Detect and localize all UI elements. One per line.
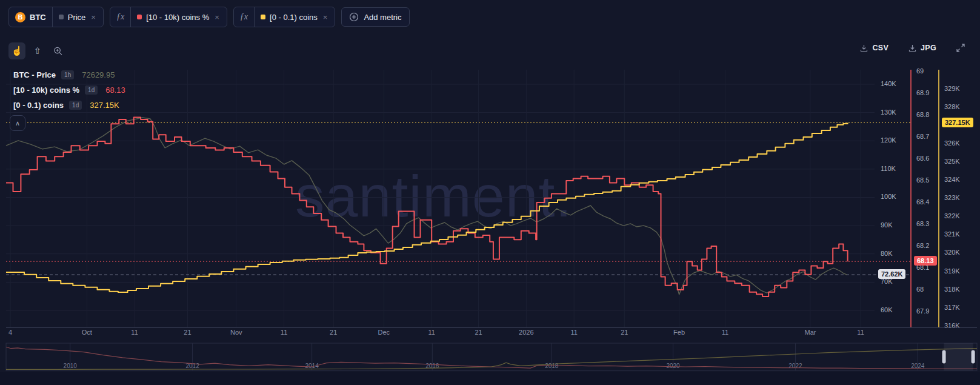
axis-label: 90K xyxy=(881,221,893,229)
axis-label: 110K xyxy=(881,165,896,172)
chart-legend: BTC - Price 1h 72629.95 [10 - 10k) coins… xyxy=(13,70,125,116)
series-pct xyxy=(6,118,848,296)
series-supply xyxy=(6,123,848,292)
axis-label: 60K xyxy=(881,306,893,313)
x-tick-label: 21 xyxy=(621,329,628,336)
x-tick-label: 11 xyxy=(722,329,728,336)
axis-label: 68.8 xyxy=(916,111,929,118)
chevron-up-icon: ∧ xyxy=(15,119,20,127)
navigator-year-label: 2014 xyxy=(305,363,319,369)
download-icon xyxy=(859,44,868,53)
x-tick-label: 21 xyxy=(184,329,191,336)
axis-label: 80K xyxy=(881,250,893,257)
axis-label: 68 xyxy=(916,286,924,293)
series-lines xyxy=(6,118,848,296)
navigator-handle-right[interactable] xyxy=(972,350,975,364)
legend-row-metric-1[interactable]: [10 - 10k) coins % 1d 68.13 xyxy=(13,85,125,95)
pointer-hand-tool-button[interactable]: ☝ xyxy=(8,42,25,59)
axis-label: 329K xyxy=(944,85,960,92)
axis-label: 317K xyxy=(944,304,960,311)
legend-metric-2-label: [0 - 0.1) coins xyxy=(13,101,64,110)
axis-label: 68.6 xyxy=(916,155,929,162)
x-tick-label: 11 xyxy=(131,329,138,336)
x-tick-label: 2026 xyxy=(519,329,533,336)
navigator-year-label: 2010 xyxy=(64,363,78,369)
x-tick-label: Mar xyxy=(804,329,816,336)
axis-label: 328K xyxy=(944,103,960,110)
axis-label: 320K xyxy=(944,249,960,256)
legend-metric-2-value: 327.15K xyxy=(90,101,119,110)
x-tick-label: 11 xyxy=(570,329,577,336)
axis-label: 325K xyxy=(944,158,960,165)
up-arrow-icon: ⇧ xyxy=(34,45,42,56)
fullscreen-button[interactable] xyxy=(952,42,969,53)
expand-icon xyxy=(956,43,965,53)
chart-tools: ☝ ⇧ xyxy=(8,42,67,59)
x-tick-label: Nov xyxy=(230,329,242,336)
axis-label: 321K xyxy=(944,230,960,238)
legend-row-price[interactable]: BTC - Price 1h 72629.95 xyxy=(13,70,125,79)
series-price xyxy=(6,118,847,295)
santiment-chart-app: B BTC Price × ƒx [10 - 10k) coins % × xyxy=(0,0,980,385)
interval-badge[interactable]: 1d xyxy=(85,85,98,95)
x-tick-label: 11 xyxy=(428,329,435,336)
download-jpg-button[interactable]: JPG xyxy=(904,43,940,53)
export-buttons: CSV JPG xyxy=(856,42,969,53)
navigator-series-1 xyxy=(6,349,977,370)
interval-badge[interactable]: 1d xyxy=(69,101,82,110)
csv-label: CSV xyxy=(872,44,888,52)
axis-label: 318K xyxy=(944,286,960,293)
x-tick-label: 21 xyxy=(475,329,482,336)
axis-label: 68.4 xyxy=(916,198,929,206)
x-tick-label: 21 xyxy=(330,329,337,336)
navigator-selection[interactable] xyxy=(944,343,973,370)
navigator-series-0 xyxy=(6,347,977,369)
pan-arrow-tool-button[interactable]: ⇧ xyxy=(29,42,46,59)
axis-label: 323K xyxy=(944,194,960,201)
navigator-handle-left[interactable] xyxy=(942,350,946,364)
axis-label: 69 xyxy=(916,67,924,75)
axis-label: 68.9 xyxy=(916,89,929,96)
navigator-year-label: 2020 xyxy=(666,363,680,369)
axis-label: 322K xyxy=(944,212,960,219)
x-tick-label: 11 xyxy=(857,329,864,336)
timeline-navigator[interactable]: 20102012201420162018202020222024 xyxy=(6,343,977,370)
axis-label: 68.5 xyxy=(916,176,929,184)
hand-cursor-icon: ☝ xyxy=(12,45,23,56)
y-axes: 140K130K120K110K100K90K80K70K60K6968.968… xyxy=(6,67,977,336)
legend-price-value: 72629.95 xyxy=(82,70,115,79)
axis-label: 319K xyxy=(944,267,960,275)
axis-label: 70K xyxy=(881,278,893,285)
download-csv-button[interactable]: CSV xyxy=(856,43,892,53)
legend-metric-1-label: [10 - 10k) coins % xyxy=(13,85,79,95)
jpg-label: JPG xyxy=(921,44,936,52)
legend-price-label: BTC - Price xyxy=(13,70,56,79)
axis-label: 67.9 xyxy=(916,307,929,315)
axis-label: 68.7 xyxy=(916,133,929,140)
chart-canvas[interactable]: 140K130K120K110K100K90K80K70K60K6968.968… xyxy=(0,0,980,385)
axis-label: 316K xyxy=(944,322,960,329)
legend-metric-1-value: 68.13 xyxy=(105,85,125,95)
supply-last-value-badge: 327.15K xyxy=(942,118,973,127)
axis-label: 130K xyxy=(881,109,896,116)
x-tick-label: Dec xyxy=(378,329,390,336)
axis-label: 326K xyxy=(944,139,960,147)
legend-row-metric-2[interactable]: [0 - 0.1) coins 1d 327.15K xyxy=(13,101,125,110)
pct-last-value-badge: 68.13 xyxy=(914,256,937,266)
x-tick-label: 4 xyxy=(8,329,12,336)
zoom-in-tool-button[interactable] xyxy=(50,42,67,59)
last-value-lines xyxy=(6,123,911,275)
x-tick-label: 11 xyxy=(281,329,287,336)
axis-label: 100K xyxy=(881,193,896,200)
collapse-legend-button[interactable]: ∧ xyxy=(10,115,25,131)
navigator-year-label: 2022 xyxy=(788,363,802,369)
interval-badge[interactable]: 1h xyxy=(61,70,74,79)
magnifier-plus-icon xyxy=(53,46,63,56)
download-icon xyxy=(908,44,917,53)
x-tick-label: Feb xyxy=(673,329,685,336)
axis-label: 120K xyxy=(881,136,896,144)
axis-label: 140K xyxy=(881,80,896,87)
x-tick-label: Oct xyxy=(82,329,92,336)
axis-label: 68.3 xyxy=(916,220,929,227)
axis-label: 68.2 xyxy=(916,242,929,249)
